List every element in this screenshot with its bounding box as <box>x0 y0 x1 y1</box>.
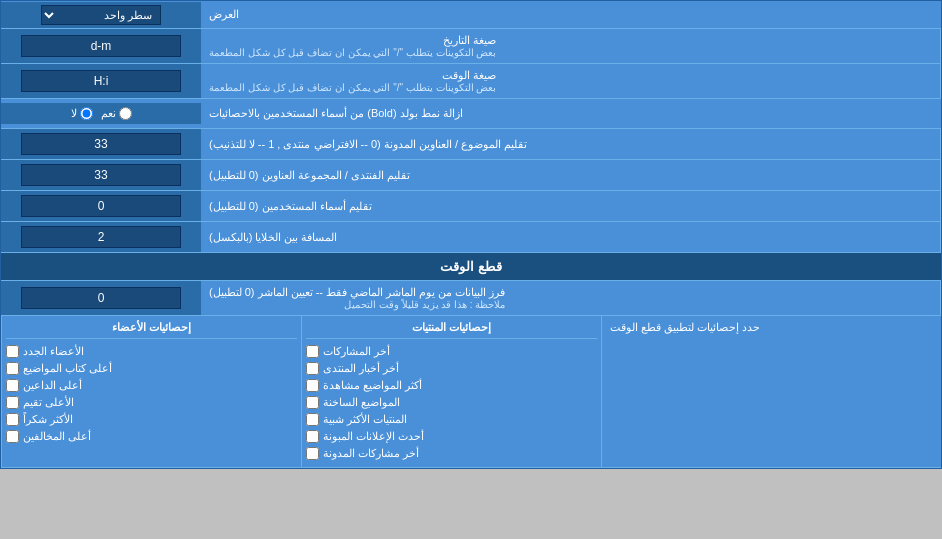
col2-item-6: أعلى المخالفين <box>6 428 297 445</box>
cell-spacing-label: المسافة بين الخلايا (بالبكسل) <box>201 222 941 252</box>
forum-group-label: تقليم الفنتدى / المجموعة العناوين (0 للت… <box>201 160 941 190</box>
cell-spacing-input-cell <box>1 222 201 252</box>
forum-title-input[interactable] <box>21 133 181 155</box>
display-select[interactable]: سطر واحد سطرين ثلاثة أسطر <box>41 5 161 25</box>
bold-radio-inputs: نعم لا <box>1 103 201 124</box>
col1-check-2[interactable] <box>306 362 319 375</box>
col2-check-6[interactable] <box>6 430 19 443</box>
user-names-row: تقليم أسماء المستخدمين (0 للتطبيل) <box>1 191 941 222</box>
forum-group-input-cell <box>1 160 201 190</box>
col2-check-5[interactable] <box>6 413 19 426</box>
col2-item-3: أعلى الداعين <box>6 377 297 394</box>
cell-spacing-row: المسافة بين الخلايا (بالبكسل) <box>1 222 941 253</box>
user-names-label: تقليم أسماء المستخدمين (0 للتطبيل) <box>201 191 941 221</box>
bold-no-radio[interactable] <box>80 107 93 120</box>
date-format-label: صيغة التاريخ بعض التكوينات يتطلب "/" الت… <box>201 29 941 63</box>
col2-item-1: الأعضاء الجدد <box>6 343 297 360</box>
col2: إحصائيات الأعضاء الأعضاء الجدد أعلى كتاب… <box>1 316 301 467</box>
col1-item-2: أخر أخبار المنتدى <box>306 360 597 377</box>
col2-check-2[interactable] <box>6 362 19 375</box>
forum-title-label: تقليم الموضوع / العناوين المدونة (0 -- ا… <box>201 129 941 159</box>
bold-yes-radio[interactable] <box>119 107 132 120</box>
col1-check-1[interactable] <box>306 345 319 358</box>
col2-check-4[interactable] <box>6 396 19 409</box>
main-container: العرض سطر واحد سطرين ثلاثة أسطر صيغة الت… <box>0 0 942 469</box>
forum-title-input-cell <box>1 129 201 159</box>
date-format-input-cell <box>1 29 201 63</box>
qata-main-label: فرز البيانات من يوم الماشر الماضي فقط --… <box>201 281 941 315</box>
bold-radio-row: ازالة نمط بولد (Bold) من أسماء المستخدمي… <box>1 99 941 129</box>
time-format-input-cell <box>1 64 201 98</box>
col1-item-1: أخر المشاركات <box>306 343 597 360</box>
col2-title: إحصائيات الأعضاء <box>6 321 297 339</box>
col1-item-6: أحدث الإعلانات المبونة <box>306 428 597 445</box>
col2-item-5: الأكثر شكراً <box>6 411 297 428</box>
cell-spacing-input[interactable] <box>21 226 181 248</box>
date-format-input[interactable] <box>21 35 181 57</box>
col1-title: إحصائيات المنتيات <box>306 321 597 339</box>
display-label-text: العرض <box>209 8 239 21</box>
display-row: العرض سطر واحد سطرين ثلاثة أسطر <box>1 1 941 29</box>
col2-item-2: أعلى كتاب المواضيع <box>6 360 297 377</box>
bold-no-label[interactable]: لا <box>71 107 93 120</box>
checkbox-section-label: حدد إحصائيات لتطبيق قطع الوقت <box>601 316 941 467</box>
col1-item-3: أكثر المواضيع مشاهدة <box>306 377 597 394</box>
qata-main-row: فرز البيانات من يوم الماشر الماضي فقط --… <box>1 281 941 316</box>
qata-section-header: قطع الوقت <box>1 253 941 281</box>
col2-check-3[interactable] <box>6 379 19 392</box>
col1: إحصائيات المنتيات أخر المشاركات أخر أخبا… <box>301 316 601 467</box>
time-format-row: صيغة الوقت بعض التكوينات يتطلب "/" التي … <box>1 64 941 99</box>
display-input-cell: سطر واحد سطرين ثلاثة أسطر <box>1 2 201 28</box>
qata-main-input-cell <box>1 281 201 315</box>
forum-group-input[interactable] <box>21 164 181 186</box>
col1-item-4: المواضيع الساخنة <box>306 394 597 411</box>
forum-group-row: تقليم الفنتدى / المجموعة العناوين (0 للت… <box>1 160 941 191</box>
col1-check-5[interactable] <box>306 413 319 426</box>
col1-item-5: المنتيات الأكثر شبية <box>306 411 597 428</box>
bold-label: ازالة نمط بولد (Bold) من أسماء المستخدمي… <box>201 102 941 125</box>
display-label: العرض <box>201 4 941 25</box>
qata-main-input[interactable] <box>21 287 181 309</box>
col1-check-6[interactable] <box>306 430 319 443</box>
checkbox-cols: إحصائيات المنتيات أخر المشاركات أخر أخبا… <box>1 316 601 467</box>
col2-check-1[interactable] <box>6 345 19 358</box>
time-format-label: صيغة الوقت بعض التكوينات يتطلب "/" التي … <box>201 64 941 98</box>
time-format-input[interactable] <box>21 70 181 92</box>
user-names-input[interactable] <box>21 195 181 217</box>
col1-check-7[interactable] <box>306 447 319 460</box>
col2-item-4: الأعلى تقيم <box>6 394 297 411</box>
user-names-input-cell <box>1 191 201 221</box>
col1-check-3[interactable] <box>306 379 319 392</box>
col1-item-7: أخر مشاركات المدونة <box>306 445 597 462</box>
forum-title-row: تقليم الموضوع / العناوين المدونة (0 -- ا… <box>1 129 941 160</box>
date-format-row: صيغة التاريخ بعض التكوينات يتطلب "/" الت… <box>1 29 941 64</box>
checkbox-section: حدد إحصائيات لتطبيق قطع الوقت إحصائيات ا… <box>1 316 941 468</box>
bold-yes-label[interactable]: نعم <box>101 107 132 120</box>
col1-check-4[interactable] <box>306 396 319 409</box>
